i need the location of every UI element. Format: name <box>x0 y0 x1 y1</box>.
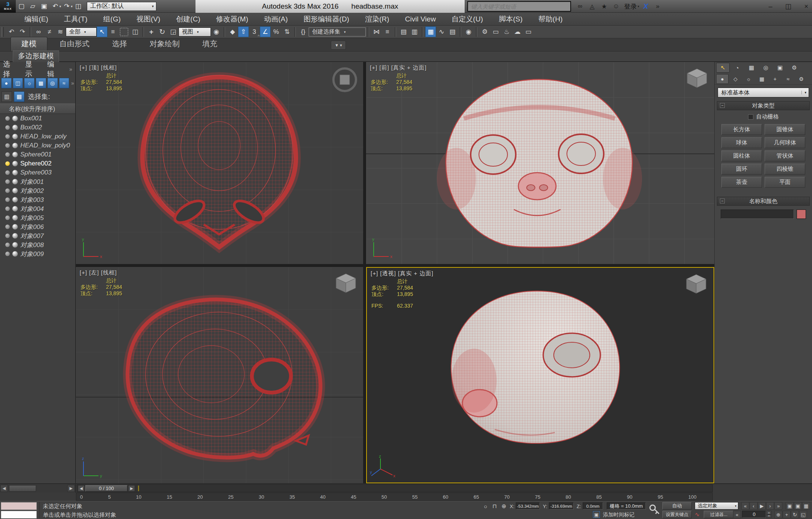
track-bar-ruler[interactable]: 0510152025303540455055606570758085909510… <box>76 493 713 501</box>
object-list-item[interactable]: Sphere001 <box>0 150 75 159</box>
undo-icon[interactable]: ↶ <box>6 26 17 37</box>
visibility-bulb-icon[interactable] <box>5 215 10 220</box>
unlink-selection-icon[interactable]: ≠ <box>44 26 55 37</box>
animation-prefs-icon[interactable]: ▦ <box>802 502 810 510</box>
primitive-button[interactable]: 几何球体 <box>765 137 805 148</box>
exchange-apps-icon[interactable]: X <box>640 1 651 12</box>
save-file-icon[interactable]: ▣ <box>38 1 50 12</box>
object-type-rollout-header[interactable]: −对象类型 <box>717 101 810 110</box>
ribbon-tab[interactable]: 自由形式 <box>49 37 100 51</box>
menu-item[interactable]: 工具(T) <box>56 13 95 25</box>
object-list-item[interactable]: 对象006 <box>0 222 75 231</box>
previous-frame-icon[interactable]: ◀ <box>78 485 85 492</box>
visibility-bulb-icon[interactable] <box>5 152 10 157</box>
viewcube[interactable] <box>332 67 358 93</box>
maxscript-macro-recorder[interactable] <box>1 502 37 510</box>
use-pivot-center-icon[interactable]: ◉ <box>211 26 222 37</box>
go-to-start-icon[interactable]: « <box>741 502 749 510</box>
visibility-bulb-icon[interactable] <box>5 225 10 229</box>
rendered-frame-window-icon[interactable]: ▭ <box>490 26 501 37</box>
menu-item[interactable]: 编辑(E) <box>17 13 56 25</box>
object-list-item[interactable]: Sphere002 <box>0 159 75 168</box>
primitive-button[interactable]: 圆柱体 <box>721 150 762 161</box>
visibility-bulb-icon[interactable] <box>5 125 10 130</box>
minimize-button[interactable]: – <box>768 3 772 11</box>
open-file-icon[interactable]: ▱ <box>27 1 38 12</box>
visibility-bulb-icon[interactable] <box>5 197 10 202</box>
primitive-button[interactable]: 球体 <box>721 137 762 148</box>
previous-key-icon[interactable]: ‹ <box>750 502 757 510</box>
isolate-selection-icon[interactable]: ○ <box>482 502 489 510</box>
menu-item[interactable]: 帮助(H) <box>530 13 570 25</box>
primitive-button[interactable]: 圆锥体 <box>765 124 805 135</box>
viewport-left[interactable]: [+] [左] [线框] 总计 多边形:27,584 顶点:13,895 y z <box>76 267 363 483</box>
menu-item[interactable]: 修改器(M) <box>208 13 256 25</box>
menu-item[interactable]: 创建(C) <box>168 13 208 25</box>
visibility-bulb-icon[interactable] <box>5 134 10 139</box>
tab-select[interactable]: 选择 <box>3 59 15 79</box>
category-systems-icon[interactable]: ⚙ <box>795 74 807 84</box>
absolute-offset-toggle-icon[interactable]: ⊕ <box>500 502 508 510</box>
toolbar-overflow-icon[interactable]: » <box>652 1 664 12</box>
menu-item[interactable]: Civil View <box>397 13 444 25</box>
visibility-bulb-icon[interactable] <box>5 206 10 211</box>
tabs-overflow-icon[interactable]: » <box>69 66 72 72</box>
z-coordinate-field[interactable]: 0.0mm <box>583 502 603 510</box>
primitive-button[interactable]: 茶壶 <box>721 177 762 188</box>
go-to-start-frame-icon[interactable]: « <box>733 511 741 518</box>
explorer-sort-header[interactable]: 名称(按升序排序) <box>0 103 75 114</box>
project-folder-icon[interactable]: ◫ <box>73 1 84 12</box>
object-list-item[interactable]: 对象007 <box>0 231 75 240</box>
filter-geometry-icon[interactable]: ● <box>1 78 12 88</box>
tab-create-icon[interactable]: ↖ <box>716 63 730 73</box>
set-key-icon[interactable] <box>649 503 660 517</box>
auto-key-button[interactable]: 自动 <box>662 502 692 510</box>
time-slider[interactable]: ◀ 0 / 100 ▶ <box>77 484 713 492</box>
restore-button[interactable]: ◫ <box>785 2 791 11</box>
object-list-item[interactable]: 对象008 <box>0 240 75 249</box>
object-list-item[interactable]: 对象002 <box>0 186 75 195</box>
tab-hierarchy-icon[interactable]: ▦ <box>745 63 758 73</box>
set-key-button[interactable]: 设置关键点 <box>662 511 692 518</box>
category-spacewarps-icon[interactable]: ≈ <box>782 74 794 84</box>
filter-helpers-icon[interactable]: ◎ <box>47 78 58 88</box>
time-tag-icon[interactable]: ▣ <box>592 511 600 518</box>
ribbon-tab[interactable]: 填充 <box>192 37 228 51</box>
key-filters-curve-icon[interactable]: ∿ <box>693 511 701 518</box>
object-name-field[interactable] <box>721 209 794 219</box>
ribbon-minimize-button[interactable]: ▼▾ <box>331 41 346 50</box>
tab-display[interactable]: 显示 <box>25 59 38 79</box>
rectangular-selection-region-icon[interactable] <box>120 28 128 36</box>
tab-display-icon[interactable]: ▣ <box>773 63 787 73</box>
menu-item[interactable]: 动画(A) <box>256 13 295 25</box>
filters-overflow-icon[interactable]: » <box>71 80 74 86</box>
help-search[interactable] <box>467 1 571 12</box>
filter-cameras-icon[interactable]: ▦ <box>36 78 46 88</box>
visibility-bulb-icon[interactable] <box>5 170 10 175</box>
explorer-scrollbar[interactable]: ◀ ▶ <box>0 484 76 493</box>
selection-filter-dropdown[interactable]: 全部▾ <box>66 27 97 36</box>
viewport-label[interactable]: [+] [顶] [线框] <box>80 64 117 71</box>
visibility-bulb-icon[interactable] <box>5 243 10 247</box>
pan-view-icon[interactable]: + <box>783 511 791 518</box>
primitive-button[interactable]: 长方体 <box>721 124 762 135</box>
viewport-perspective-active[interactable]: [+] [透视] [真实 + 边面] 总计 多边形:27,584 顶点:13,8… <box>366 267 714 483</box>
redo-icon[interactable]: ↷ <box>17 26 28 37</box>
dope-sheet-icon[interactable]: ▤ <box>447 26 458 37</box>
reference-coordinate-dropdown[interactable]: 视图▾ <box>179 27 211 36</box>
viewcube[interactable] <box>685 67 709 89</box>
next-frame-icon[interactable]: ▶ <box>128 485 135 492</box>
percent-snap-icon[interactable]: % <box>271 26 282 37</box>
toolbar-grip[interactable] <box>2 27 4 37</box>
visibility-bulb-icon[interactable] <box>5 234 10 238</box>
select-and-move-icon[interactable]: + <box>146 26 157 37</box>
scroll-left-icon[interactable]: ◀ <box>0 485 8 492</box>
category-cameras-icon[interactable]: ▦ <box>756 74 768 84</box>
lock-selection-icon[interactable]: ⊓ <box>491 502 498 510</box>
workspace-dropdown[interactable]: 工作区: 默认▾ <box>87 2 156 11</box>
filter-lights-icon[interactable]: ☼ <box>24 78 35 88</box>
selected-objects-dropdown[interactable]: 选定对象▾ <box>695 502 738 510</box>
visibility-bulb-icon[interactable] <box>5 188 10 193</box>
zoom-viewport-icon[interactable]: ⊕ <box>774 511 782 518</box>
maximize-viewport-toggle-icon[interactable]: ◱ <box>799 511 807 518</box>
